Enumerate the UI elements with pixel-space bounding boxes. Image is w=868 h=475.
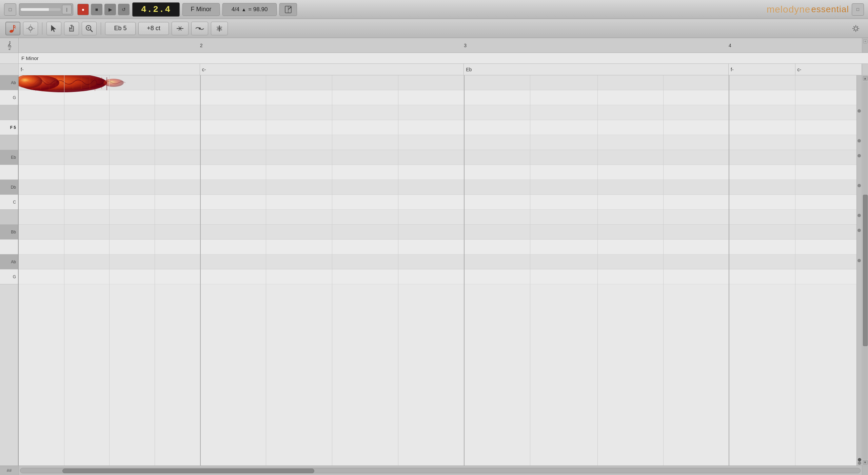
- position-value: 4.2.4: [141, 4, 171, 15]
- scroll-down-button[interactable]: ▼: [863, 460, 868, 465]
- piano-key-label: Ab: [11, 260, 16, 264]
- beat-line-4-2: [795, 75, 795, 466]
- key-scale-left: [0, 53, 19, 63]
- svg-point-63: [103, 79, 124, 87]
- beat-line-3-3: [597, 75, 598, 466]
- record-icon: ●: [82, 7, 84, 12]
- loop-button[interactable]: ↺: [118, 4, 130, 15]
- tempo-display: 4/4 ▲ = 98.90: [222, 3, 277, 16]
- key-scale-row: F Minor: [0, 53, 868, 64]
- settings-icon: [851, 24, 861, 33]
- piano-key-Gb5: [0, 105, 18, 120]
- grid-area[interactable]: [19, 75, 862, 466]
- scroll-track-vertical[interactable]: [863, 81, 868, 459]
- chord-right: [862, 64, 868, 75]
- svg-point-3: [290, 7, 291, 8]
- scale-icon: ≡: [863, 39, 867, 43]
- svg-point-21: [854, 27, 857, 30]
- svg-line-27: [857, 30, 858, 31]
- app-logo: melodyne essential: [767, 4, 849, 15]
- volume-slider-button[interactable]: |: [62, 5, 72, 14]
- pitch-modulation-button[interactable]: [211, 22, 228, 35]
- piano-key-label: C: [13, 200, 16, 205]
- metronome-icon: [282, 5, 294, 14]
- bottom-right-corner: [862, 466, 868, 475]
- note-tool-icon: [8, 24, 18, 33]
- bottom-corner-icon: ##: [7, 468, 12, 473]
- zoom-tool-button[interactable]: [82, 22, 97, 35]
- piano-key-C5: C: [0, 195, 18, 210]
- settings-tool-icon: [26, 24, 35, 33]
- pitch-drift-icon: [194, 24, 205, 33]
- beat-line-3-2: [530, 75, 530, 466]
- piano-key-E5: [0, 135, 18, 150]
- window-expand-icon: □: [856, 7, 859, 12]
- toolbar: Eb 5 +8 ct: [0, 19, 868, 38]
- stop-button[interactable]: ■: [91, 4, 102, 15]
- note-tool-button[interactable]: [5, 22, 20, 35]
- horizontal-scrollbar[interactable]: [19, 466, 862, 475]
- key-scale-label: F Minor: [19, 53, 868, 63]
- scale-dot-3: [857, 154, 861, 157]
- window-expand-button[interactable]: □: [852, 3, 864, 16]
- scroll-thumb-horizontal[interactable]: [62, 469, 314, 473]
- scale-dot-5: [857, 214, 861, 217]
- tempo-value: = 98.90: [248, 6, 268, 13]
- piano-key-label: G: [13, 274, 16, 279]
- pitch-modulation-icon: [214, 24, 225, 33]
- scroll-up-button[interactable]: ▲: [863, 76, 868, 81]
- ruler-marker-4: 4: [729, 43, 731, 48]
- pitch-quantize-icon: [175, 24, 185, 33]
- logo-melodyne: melodyne: [767, 4, 810, 15]
- play-icon: ▶: [108, 7, 112, 12]
- chord-marker-c-minor-1: c-: [200, 64, 464, 75]
- piano-key-G5: G: [0, 90, 18, 105]
- bar-line-3: [464, 75, 465, 466]
- pitch-value: +8 ct: [147, 25, 160, 32]
- select-tool-icon: [49, 24, 59, 33]
- piano-key-label: Eb: [11, 155, 16, 160]
- bottom-left-corner: ##: [0, 466, 19, 475]
- piano-key-F5: F 5: [0, 120, 18, 135]
- loop-icon: ↺: [122, 7, 126, 12]
- beat-line-1-3: [109, 75, 110, 466]
- volume-slider[interactable]: [21, 8, 61, 11]
- scale-dot-4: [857, 184, 861, 187]
- piano-key-Eb5: Eb: [0, 150, 18, 165]
- top-bar: □ | ● ■ ▶ ↺ 4.2.4 F Minor 4/4 ▲ = 98.90: [0, 0, 868, 19]
- play-button[interactable]: ▶: [104, 4, 116, 15]
- chord-row: f- c- Eb f- c-: [0, 64, 868, 75]
- piano-key-Ab4: Ab: [0, 254, 18, 269]
- pitch-display: +8 ct: [138, 22, 169, 35]
- piano-key-B4: [0, 210, 18, 225]
- pan-tool-button[interactable]: [64, 22, 79, 35]
- settings-button[interactable]: [849, 22, 863, 35]
- toolbar-separator-2: [101, 22, 101, 35]
- ruler-main[interactable]: 2 3 4: [19, 38, 862, 53]
- beat-line-1-2: [64, 75, 64, 466]
- main-area: Ab G F 5 Eb Db C Bb Ab G: [0, 75, 868, 466]
- scroll-thumb-vertical[interactable]: [863, 195, 868, 346]
- scale-indicator: [856, 75, 862, 466]
- ruler-right-scroll: ≡: [862, 38, 868, 53]
- clef-symbol: 𝄞: [7, 41, 12, 50]
- vertical-scrollbar: ▲ ▼: [862, 75, 868, 466]
- key-display[interactable]: F Minor: [182, 3, 220, 16]
- pitch-drift-button[interactable]: [191, 22, 208, 35]
- scroll-track-horizontal[interactable]: [20, 468, 861, 473]
- chord-marker-eb: Eb: [464, 64, 729, 75]
- select-tool-button[interactable]: [46, 22, 61, 35]
- window-collapse-icon: □: [9, 7, 12, 12]
- toolbar-separator-1: [42, 22, 42, 35]
- window-collapse-button[interactable]: □: [4, 3, 16, 16]
- record-button[interactable]: ●: [77, 4, 89, 15]
- svg-rect-13: [70, 27, 74, 31]
- pitch-quantize-button[interactable]: [172, 22, 189, 35]
- svg-line-26: [854, 26, 854, 27]
- note-display: Eb 5: [105, 22, 136, 35]
- tempo-icon: ▲: [241, 7, 246, 12]
- settings-tool-button[interactable]: [23, 22, 38, 35]
- bar-line-2: [200, 75, 201, 466]
- metronome-button[interactable]: [279, 3, 297, 16]
- piano-key-label: Db: [11, 185, 16, 190]
